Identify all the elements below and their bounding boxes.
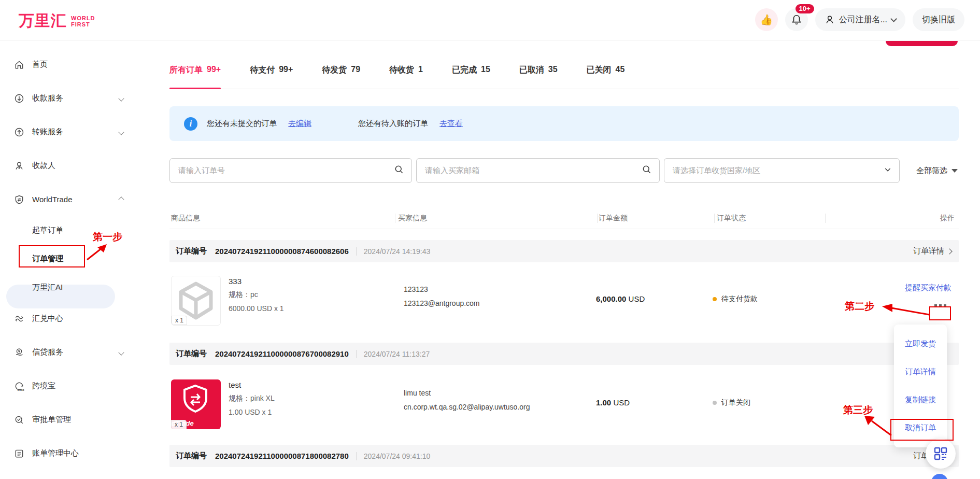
order-3-header: 订单编号 2024072419211000000871800082780 202… [169, 445, 959, 467]
country-select[interactable]: 请选择订单收货国家/地区 [664, 158, 900, 183]
column-divider [825, 214, 826, 223]
menu-item-copy-link[interactable]: 复制链接 [905, 395, 936, 405]
sidebar-nav: 首页 收款服务 转账服务 收款人 WorldTrad [0, 40, 139, 479]
order-1-header: 订单编号 2024072419211000000874600082606 202… [169, 240, 959, 262]
product-price-line: 6000.00 USD x 1 [229, 304, 284, 313]
search-icon[interactable] [642, 164, 652, 177]
sidebar-item-kuajingbao[interactable]: 1688 跨境宝 [0, 369, 139, 403]
order-number-input[interactable]: 请输入订单号 [169, 158, 412, 183]
chevron-down-icon [890, 16, 897, 22]
order-number: 2024072419211000000876700082910 [215, 349, 349, 358]
order-status: 待支付货款 [713, 294, 758, 304]
order-time: 2024/07/24 11:13:27 [364, 350, 430, 358]
logo-cn-text: 万里汇 [19, 10, 67, 32]
worldfirst-logo[interactable]: 万里汇 WORLD FIRST [19, 10, 95, 32]
sidebar-item-bill-center[interactable]: 账单管理中心 [0, 436, 139, 470]
sidebar-item-worldtrade[interactable]: WorldTrade [0, 182, 139, 216]
qr-code-fab[interactable] [926, 439, 956, 469]
triangle-down-icon [951, 169, 958, 173]
sidebar-item-order-management[interactable]: 订单管理 [0, 245, 139, 273]
main-content: 所有订单99+ 待支付99+ 待发货79 待收货1 已完成15 已取消35 已关… [169, 40, 959, 479]
column-divider [395, 214, 395, 223]
transfer-icon [13, 126, 25, 138]
order-management-page: 万里汇 WORLD FIRST 👍 10+ 公司注册名... [0, 0, 980, 479]
worldtrade-shield-icon [13, 194, 25, 205]
divider [356, 247, 357, 256]
info-banner: i 您还有未提交的订单 去编辑 您还有待入账的订单 去查看 [169, 106, 959, 141]
kuajingbao-1688-label: 1688 [17, 388, 24, 391]
banner-message-1: 您还有未提交的订单 [207, 119, 277, 129]
all-filters-button[interactable]: 全部筛选 [916, 158, 958, 183]
buyer-info: 123123 123123@antgroup.com [404, 285, 480, 307]
col-status: 订单状态 [717, 214, 746, 223]
menu-item-order-detail[interactable]: 订单详情 [905, 367, 936, 377]
column-divider [714, 214, 715, 223]
product-image-worldtrade[interactable]: rldTrade x 1 [171, 379, 221, 429]
approval-icon [13, 414, 25, 426]
sidebar-item-worldfirst-ai[interactable]: 万里汇AI [0, 273, 139, 302]
product-spec: 规格：pc [229, 290, 284, 300]
menu-item-cancel-order[interactable]: 取消订单 [905, 423, 936, 433]
buyer-name: 123123 [404, 285, 480, 293]
order-amount: 6,000.00 USD [596, 294, 645, 303]
notifications-button[interactable]: 10+ [785, 8, 808, 31]
col-buyer: 买家信息 [398, 214, 427, 223]
order-1-row: x 1 333 规格：pc 6000.00 USD x 1 123123 123… [169, 262, 959, 343]
status-dot-orange [713, 297, 717, 301]
banner-message-2: 您还有待入账的订单 [358, 119, 428, 129]
tab-closed[interactable]: 已关闭45 [587, 65, 625, 89]
chevron-up-icon [118, 196, 124, 202]
remind-buyer-pay-link[interactable]: 提醒买家付款 [905, 283, 951, 293]
switch-old-version-button[interactable]: 切换旧版 [913, 8, 964, 31]
tab-cancelled[interactable]: 已取消35 [519, 65, 558, 89]
go-edit-link[interactable]: 去编辑 [288, 119, 311, 129]
thumbs-up-button[interactable]: 👍 [755, 8, 778, 31]
order-time: 2024/07/24 09:41:10 [364, 452, 430, 460]
buyer-email-input[interactable]: 请输入买家邮箱 [416, 158, 660, 183]
tab-completed[interactable]: 已完成15 [452, 65, 490, 89]
create-order-button-clipped[interactable] [886, 41, 958, 46]
step2-label: 第二步 [845, 300, 874, 313]
buyer-email: cn.corp.wt.qa.sg.02@alipay.uwtuso.org [404, 403, 530, 411]
qr-code-icon [934, 447, 947, 460]
product-image-cube[interactable]: x 1 [171, 276, 221, 326]
product-spec: 规格：pink XL [229, 394, 275, 403]
order-2-header: 订单编号 2024072419211000000876700082910 202… [169, 343, 959, 365]
payee-icon [13, 160, 25, 172]
chevron-down-icon [118, 95, 124, 101]
chevron-down-icon [118, 349, 124, 355]
order-status-tabs: 所有订单99+ 待支付99+ 待发货79 待收货1 已完成15 已取消35 已关… [169, 65, 959, 89]
sidebar-item-approval-management[interactable]: 审批单管理 [0, 403, 139, 436]
tab-pending-shipment[interactable]: 待发货79 [322, 65, 360, 89]
thumbs-up-icon: 👍 [760, 13, 773, 26]
tab-pending-payment[interactable]: 待支付99+ [250, 65, 293, 89]
sidebar-item-payee[interactable]: 收款人 [0, 149, 139, 182]
tab-all-orders[interactable]: 所有订单99+ [169, 65, 221, 89]
top-header: 万里汇 WORLD FIRST 👍 10+ 公司注册名... [0, 0, 980, 40]
more-ellipsis-icon[interactable] [934, 304, 946, 307]
col-actions: 操作 [940, 214, 955, 223]
sidebar-item-transfer-service[interactable]: 转账服务 [0, 115, 139, 149]
tab-pending-receipt[interactable]: 待收货1 [389, 65, 423, 89]
go-view-link[interactable]: 去查看 [439, 119, 463, 129]
order-detail-link[interactable]: 订单详情 [913, 246, 951, 256]
search-icon[interactable] [394, 164, 404, 177]
sidebar-item-exchange-center[interactable]: 汇兑中心 [0, 302, 139, 335]
sidebar-item-credit-service[interactable]: 信贷服务 [0, 335, 139, 369]
quantity-badge: x 1 [171, 420, 187, 429]
status-dot-grey [713, 401, 717, 405]
product-price-line: 1.00 USD x 1 [229, 408, 275, 416]
order-number: 2024072419211000000871800082780 [215, 452, 349, 460]
quantity-badge: x 1 [172, 316, 187, 325]
order-status: 订单关闭 [713, 398, 750, 407]
sidebar-item-home[interactable]: 首页 [0, 48, 139, 81]
menu-item-ship-now[interactable]: 立即发货 [905, 339, 936, 349]
step1-label: 第一步 [93, 230, 122, 244]
order-number: 2024072419211000000874600082606 [215, 247, 349, 256]
account-menu[interactable]: 公司注册名... [815, 8, 905, 31]
sidebar-item-receive-service[interactable]: 收款服务 [0, 81, 139, 115]
home-icon [13, 59, 25, 71]
exchange-icon [13, 313, 25, 325]
account-name: 公司注册名... [839, 15, 887, 25]
more-actions-dropdown: 立即发货 订单详情 复制链接 取消订单 [894, 325, 947, 447]
